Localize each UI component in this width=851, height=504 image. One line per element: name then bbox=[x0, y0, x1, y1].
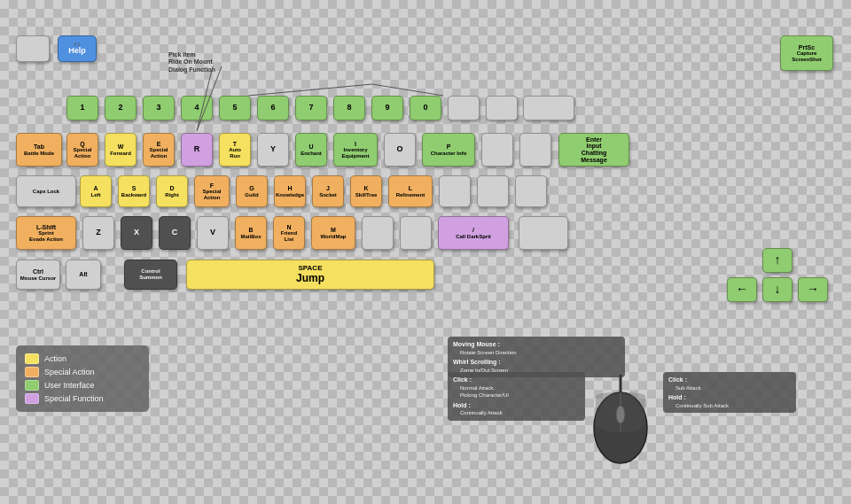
legend-color-special-function bbox=[25, 393, 39, 404]
key-3: 3 bbox=[143, 96, 175, 120]
key-minus bbox=[448, 96, 480, 120]
key-l: L Refinement bbox=[388, 175, 433, 207]
key-f: F Special Action bbox=[194, 175, 230, 207]
key-v: V bbox=[197, 216, 229, 250]
legend-item-user-interface: User Interface bbox=[25, 380, 140, 391]
key-backslash bbox=[515, 175, 547, 207]
key-x: X bbox=[121, 216, 152, 250]
key-6: 6 bbox=[257, 96, 289, 120]
legend-color-action bbox=[25, 353, 39, 364]
key-rshift bbox=[519, 216, 568, 250]
key-i: I Inventory Equipment bbox=[333, 133, 378, 167]
key-arrow-down: ↓ bbox=[762, 277, 792, 302]
key-arrow-up: ↑ bbox=[762, 248, 792, 273]
key-rbracket bbox=[519, 133, 551, 167]
key-lalt: Alt bbox=[66, 260, 101, 290]
mouse-info-right: Click : Sub Attack Hold : Continually Su… bbox=[663, 372, 796, 413]
key-caps: Caps Lock bbox=[16, 175, 76, 207]
key-enter: Enter Input Chatting Message bbox=[558, 133, 629, 167]
key-e: E Special Action bbox=[143, 133, 175, 167]
key-p: P Character Info bbox=[422, 133, 475, 167]
key-lshift: L-Shift Sprint Evade Action bbox=[16, 216, 76, 250]
key-k: K SkillTree bbox=[350, 175, 382, 207]
key-5: 5 bbox=[219, 96, 251, 120]
annotation-pick-item: Pick Item Ride On Mount Dialog Function bbox=[168, 51, 215, 74]
key-b: B MailBox bbox=[235, 216, 267, 250]
key-tab: Tab Battle Mode bbox=[16, 133, 62, 167]
connector-lines bbox=[0, 0, 851, 504]
key-f1: F1 Help bbox=[58, 35, 97, 62]
key-0: 0 bbox=[410, 96, 441, 120]
key-quote bbox=[477, 175, 509, 207]
key-d: D Right bbox=[156, 175, 188, 207]
key-2: 2 bbox=[105, 96, 137, 120]
key-o: O bbox=[384, 133, 416, 167]
key-8: 8 bbox=[333, 96, 365, 120]
legend-item-special-function: Special Function bbox=[25, 393, 140, 404]
key-t: T Auto Run bbox=[219, 133, 251, 167]
key-w: W Forward bbox=[105, 133, 137, 167]
key-space: SPACE Jump bbox=[186, 260, 434, 290]
legend-color-special-action bbox=[25, 367, 39, 377]
key-m: M WorldMap bbox=[311, 216, 355, 250]
key-prtsc: PrtSc Capture ScreenShot bbox=[780, 35, 833, 71]
key-slash: / Call DarkSprit bbox=[438, 216, 509, 250]
key-9: 9 bbox=[371, 96, 403, 120]
key-ctrl: Ctrl Mouse Cursor bbox=[16, 260, 60, 290]
legend-color-user-interface bbox=[25, 380, 39, 391]
key-z: Z bbox=[82, 216, 114, 250]
key-n: N Friend List bbox=[273, 216, 305, 250]
key-j: J Socket bbox=[312, 175, 344, 207]
key-equals bbox=[486, 96, 518, 120]
key-period bbox=[400, 216, 432, 250]
key-lbracket bbox=[481, 133, 513, 167]
key-semicolon bbox=[439, 175, 471, 207]
legend-item-action: Action bbox=[25, 353, 140, 364]
mouse-graphic bbox=[585, 370, 656, 471]
svg-line-6 bbox=[372, 84, 443, 96]
key-c: C bbox=[159, 216, 191, 250]
key-backspace bbox=[523, 96, 574, 120]
key-7: 7 bbox=[295, 96, 327, 120]
key-control-summon: Control Summon bbox=[124, 260, 177, 290]
svg-line-5 bbox=[248, 84, 372, 96]
key-1: 1 bbox=[66, 96, 98, 120]
key-4: 4 bbox=[181, 96, 213, 120]
key-h: H Knowledge bbox=[274, 175, 306, 207]
key-y: Y bbox=[257, 133, 289, 167]
key-esc bbox=[16, 35, 50, 62]
mouse-info-left: Click : Normal Attack, Picking Character… bbox=[448, 372, 585, 421]
legend-item-special-action: Special Action bbox=[25, 367, 140, 377]
key-g: G Guild bbox=[236, 175, 268, 207]
key-r: R bbox=[181, 133, 213, 167]
key-arrow-right: → bbox=[798, 277, 828, 302]
key-a: A Left bbox=[80, 175, 112, 207]
key-arrow-left: ← bbox=[727, 277, 757, 302]
key-comma bbox=[362, 216, 394, 250]
key-s: S Backward bbox=[118, 175, 150, 207]
key-u: U Enchant bbox=[295, 133, 327, 167]
legend-box: Action Special Action User Interface Spe… bbox=[16, 345, 149, 412]
key-q: Q Special Action bbox=[66, 133, 98, 167]
